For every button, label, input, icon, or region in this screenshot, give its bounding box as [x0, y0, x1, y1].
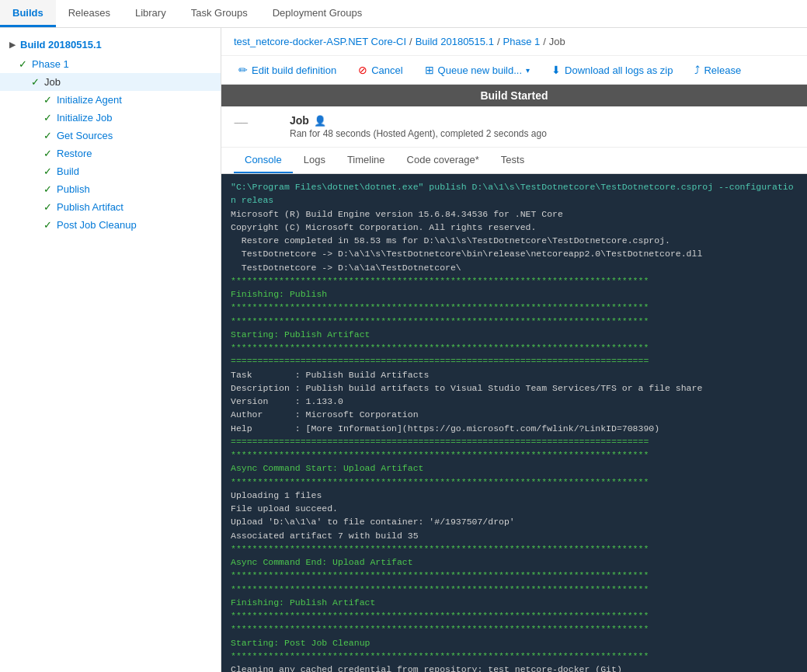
tab-tests[interactable]: Tests [490, 148, 535, 173]
toolbar: ✏ Edit build definition ⊘ Cancel ⊞ Queue… [221, 56, 807, 85]
content-tabs: ConsoleLogsTimelineCode coverage*Tests [221, 148, 807, 174]
console-line: Finishing: Publish Artifact [231, 596, 798, 609]
console-line: ****************************************… [231, 341, 798, 354]
breadcrumb-current: Job [549, 36, 565, 47]
sidebar-build-title[interactable]: ▶ Build 20180515.1 [0, 34, 221, 55]
timeline-dashes: ---------- [234, 117, 247, 127]
main-layout: ▶ Build 20180515.1 ✓ Phase 1 ✓ Job ✓Init… [0, 28, 807, 672]
check-icon: ✓ [43, 130, 52, 141]
edit-build-definition-button[interactable]: ✏ Edit build definition [234, 61, 341, 79]
console-line: Cleaning any cached credential from repo… [231, 663, 798, 672]
sidebar-job-label: Job [44, 76, 61, 88]
sidebar-step-initialize-agent[interactable]: ✓Initialize Agent [0, 91, 221, 109]
check-icon: ✓ [43, 148, 52, 159]
console-line: Finishing: Publish [231, 287, 798, 301]
console-line: Upload 'D:\a\1\a' to file container: '#/… [231, 515, 798, 528]
step-label: Restore [57, 148, 92, 159]
queue-label: Queue new build... [438, 64, 522, 76]
sidebar-step-build[interactable]: ✓Build [0, 162, 221, 180]
console-line: Async Command Start: Upload Artifact [231, 461, 798, 475]
console-line: Help : [More Information](https://go.mic… [231, 422, 798, 435]
top-nav-item-deployment-groups[interactable]: Deployment Groups [260, 0, 375, 27]
top-nav-item-builds[interactable]: Builds [0, 0, 56, 27]
breadcrumb-sep3: / [543, 36, 546, 47]
cancel-button[interactable]: ⊘ Cancel [353, 61, 407, 79]
sidebar-build-label: Build 20180515.1 [20, 39, 102, 50]
console-line: ****************************************… [231, 542, 798, 555]
build-banner-text: Build Started [480, 89, 548, 102]
breadcrumb-sep2: / [497, 36, 500, 47]
console-line: TestDotnetcore -> D:\a\1\s\TestDotnetcor… [231, 247, 798, 260]
console-line: Version : 1.133.0 [231, 395, 798, 408]
console-line: File upload succeed. [231, 502, 798, 515]
user-icon: 👤 [314, 115, 326, 127]
console-line: ****************************************… [231, 448, 798, 461]
sidebar-step-initialize-job[interactable]: ✓Initialize Job [0, 109, 221, 127]
cancel-label: Cancel [371, 64, 402, 76]
step-label: Build [57, 165, 79, 177]
console-line: ========================================… [231, 435, 798, 448]
download-logs-button[interactable]: ⬇ Download all logs as zip [547, 61, 677, 79]
console-line: ****************************************… [231, 609, 798, 622]
sidebar-step-publish[interactable]: ✓Publish [0, 180, 221, 198]
console-line: ****************************************… [231, 301, 798, 314]
sidebar-steps: ✓Initialize Agent✓Initialize Job✓Get Sou… [0, 91, 221, 234]
tab-logs[interactable]: Logs [293, 148, 336, 173]
top-nav-item-library[interactable]: Library [123, 0, 179, 27]
top-nav-item-task-groups[interactable]: Task Groups [179, 0, 260, 27]
check-icon: ✓ [43, 201, 52, 213]
step-label: Publish [57, 183, 90, 195]
step-label: Post Job Cleanup [57, 219, 137, 231]
edit-label: Edit build definition [252, 64, 336, 76]
tab-console[interactable]: Console [234, 148, 293, 173]
top-nav-item-releases[interactable]: Releases [56, 0, 123, 27]
dropdown-arrow-icon: ▾ [526, 66, 530, 75]
console-line: Starting: Post Job Cleanup [231, 636, 798, 649]
console-line: ****************************************… [231, 583, 798, 596]
console-line: Associated artifact 7 with build 35 [231, 529, 798, 542]
sidebar-job[interactable]: ✓ Job [0, 73, 221, 91]
release-icon: ⤴ [694, 64, 700, 76]
console-line: ****************************************… [231, 649, 798, 663]
sidebar-step-get-sources[interactable]: ✓Get Sources [0, 127, 221, 144]
sidebar-step-post-job-cleanup[interactable]: ✓Post Job Cleanup [0, 216, 221, 234]
breadcrumb-link-phase[interactable]: Phase 1 [503, 36, 541, 47]
sidebar-step-publish-artifact[interactable]: ✓Publish Artifact [0, 198, 221, 216]
tab-timeline[interactable]: Timeline [336, 148, 396, 173]
job-name-text: Job [290, 114, 309, 127]
job-meta: Ran for 48 seconds (Hosted Agent), compl… [290, 128, 795, 139]
console-line: Restore completed in 58.53 ms for D:\a\1… [231, 234, 798, 247]
job-header: ---------- Job 👤 Ran for 48 seconds (Hos… [221, 106, 807, 148]
sidebar-phase[interactable]: ✓ Phase 1 [0, 55, 221, 73]
breadcrumb-link-pipeline[interactable]: test_netcore-docker-ASP.NET Core-CI [234, 36, 406, 47]
console-line: Microsoft (R) Build Engine version 15.6.… [231, 207, 798, 221]
job-name: Job 👤 [290, 114, 795, 127]
sidebar-step-restore[interactable]: ✓Restore [0, 144, 221, 162]
console-line: Description : Publish build artifacts to… [231, 381, 798, 395]
step-label: Publish Artifact [57, 201, 123, 213]
chevron-icon: ▶ [9, 40, 16, 49]
sidebar-phase-label: Phase 1 [32, 58, 69, 70]
release-button[interactable]: ⤴ Release [690, 61, 746, 79]
sidebar: ▶ Build 20180515.1 ✓ Phase 1 ✓ Job ✓Init… [0, 28, 221, 672]
console-line: Uploading 1 files [231, 489, 798, 502]
tab-code-coverage[interactable]: Code coverage* [396, 148, 490, 173]
check-icon: ✓ [43, 112, 52, 124]
queue-build-button[interactable]: ⊞ Queue new build... ▾ [420, 61, 534, 79]
check-icon: ✓ [43, 219, 52, 231]
check-icon: ✓ [31, 76, 40, 88]
step-label: Get Sources [57, 130, 113, 141]
console-line: ========================================… [231, 354, 798, 367]
step-label: Initialize Job [57, 112, 113, 124]
console-line: "C:\Program Files\dotnet\dotnet.exe" pub… [231, 180, 798, 207]
check-icon: ✓ [19, 58, 27, 70]
console-output[interactable]: "C:\Program Files\dotnet\dotnet.exe" pub… [221, 174, 807, 672]
build-banner: Build Started [221, 85, 807, 106]
breadcrumb-link-build[interactable]: Build 20180515.1 [416, 36, 494, 47]
console-line: Starting: Publish Artifact [231, 328, 798, 341]
timeline-line: ---------- [234, 114, 280, 127]
console-line: Task : Publish Build Artifacts [231, 368, 798, 381]
release-label: Release [704, 64, 741, 76]
breadcrumb: test_netcore-docker-ASP.NET Core-CI / Bu… [221, 28, 807, 56]
step-label: Initialize Agent [57, 94, 122, 106]
